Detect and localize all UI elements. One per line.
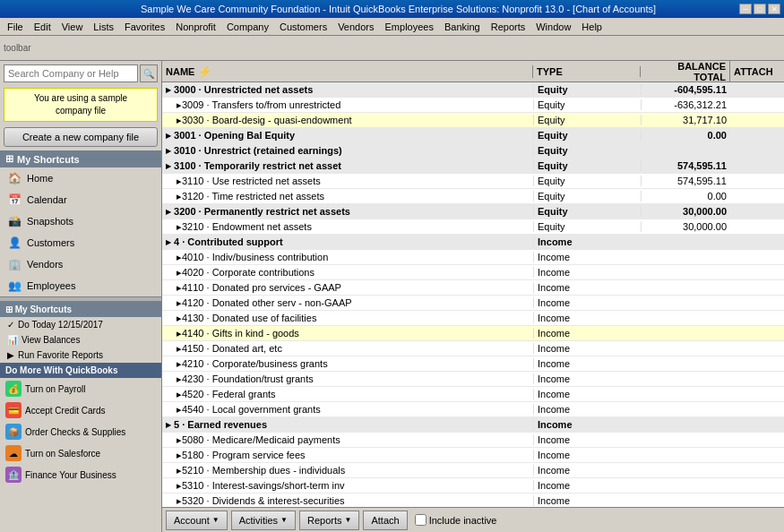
menu-item-company[interactable]: Company <box>221 20 274 34</box>
menu-item-window[interactable]: Window <box>530 20 576 34</box>
row-type-cell: Income <box>533 328 641 339</box>
row-name-cell: ▸5080 · Medicare/Medicaid payments <box>162 434 533 446</box>
sub-item-do-today[interactable]: ✓ Do Today 12/15/2017 <box>0 317 161 332</box>
table-header: NAME ⚡ TYPE BALANCE TOTAL ATTACH <box>162 61 784 82</box>
customers-icon: 👤 <box>7 236 22 250</box>
sidebar-item-calendar[interactable]: 📅 Calendar <box>0 189 161 210</box>
minimize-button[interactable]: ─ <box>739 4 752 14</box>
my-shortcuts-icon2: ⊞ <box>5 305 13 314</box>
table-row[interactable]: ▸4110 · Donated pro services - GAAPIncom… <box>162 280 784 296</box>
table-row[interactable]: ▸3009 · Transfers to/from unrestrictedEq… <box>162 98 784 113</box>
include-inactive-label[interactable]: Include inactive <box>415 514 497 526</box>
row-type-cell: Equity <box>533 221 641 232</box>
table-row[interactable]: ▸ 3001 · Opening Bal EquityEquity0.00 <box>162 128 784 143</box>
table-row[interactable]: ▸4520 · Federal grantsIncome <box>162 387 784 402</box>
do-more-payroll[interactable]: 💰 Turn on Payroll <box>0 378 161 399</box>
menu-item-view[interactable]: View <box>56 20 89 34</box>
table-row[interactable]: ▸4210 · Corporate/business grantsIncome <box>162 356 784 372</box>
table-row[interactable]: ▸ 3010 · Unrestrict (retained earnings)E… <box>162 143 784 159</box>
do-more-checks[interactable]: 📦 Order Checks & Supplies <box>0 421 161 442</box>
table-body: ▸ 3000 · Unrestricted net assetsEquity-6… <box>162 82 784 507</box>
reports-button[interactable]: Reports ▼ <box>299 511 359 530</box>
row-name-cell: ▸4110 · Donated pro services - GAAP <box>162 282 533 294</box>
search-input[interactable] <box>4 64 138 82</box>
table-row[interactable]: ▸3210 · Endowment net assetsEquity30,000… <box>162 219 784 235</box>
menu-item-employees[interactable]: Employees <box>380 20 439 34</box>
search-button[interactable]: 🔍 <box>140 64 158 82</box>
row-balance-cell: 0.00 <box>641 130 730 141</box>
sidebar-item-snapshots[interactable]: 📸 Snapshots <box>0 210 161 232</box>
create-company-button[interactable]: Create a new company file <box>4 127 158 147</box>
table-row[interactable]: ▸5080 · Medicare/Medicaid paymentsIncome <box>162 433 784 448</box>
menu-item-banking[interactable]: Banking <box>439 20 486 34</box>
title-bar: Sample We Care Community Foundation - In… <box>0 0 784 18</box>
menu-item-customers[interactable]: Customers <box>274 20 332 34</box>
snapshots-label: Snapshots <box>27 216 73 227</box>
row-name-cell: ▸ 3000 · Unrestricted net assets <box>162 84 533 96</box>
main-layout: 🔍 You are using a sample company file Cr… <box>0 61 784 532</box>
table-row[interactable]: ▸ 3000 · Unrestricted net assetsEquity-6… <box>162 82 784 98</box>
sidebar-item-employees[interactable]: 👥 Employees <box>0 275 161 296</box>
account-arrow-icon: ▼ <box>212 516 220 524</box>
search-area: 🔍 <box>0 61 161 86</box>
row-name-cell: ▸4120 · Donated other serv - non-GAAP <box>162 297 533 309</box>
table-row[interactable]: ▸4120 · Donated other serv - non-GAAPInc… <box>162 296 784 311</box>
calendar-label: Calendar <box>27 194 67 205</box>
table-row[interactable]: ▸5320 · Dividends & interest-securitiesI… <box>162 493 784 507</box>
table-row[interactable]: ▸3120 · Time restricted net assetsEquity… <box>162 189 784 204</box>
table-row[interactable]: ▸4010 · Indiv/business contributionIncom… <box>162 250 784 265</box>
employees-label: Employees <box>27 280 75 291</box>
menu-item-reports[interactable]: Reports <box>486 20 531 34</box>
row-type-cell: Income <box>533 404 641 415</box>
menu-item-nonprofit[interactable]: Nonprofit <box>170 20 221 34</box>
table-row[interactable]: ▸4150 · Donated art, etcIncome <box>162 341 784 356</box>
sub-item-run-reports[interactable]: ▶ Run Favorite Reports <box>0 348 161 363</box>
account-btn-label: Account <box>174 515 210 526</box>
row-name-cell: ▸5320 · Dividends & interest-securities <box>162 495 533 507</box>
table-row[interactable]: ▸ 4 · Contributed supportIncome <box>162 235 784 250</box>
table-row[interactable]: ▸5210 · Membership dues - individualsInc… <box>162 463 784 478</box>
reports-btn-label: Reports <box>307 515 342 526</box>
table-row[interactable]: ▸5310 · Interest-savings/short-term invI… <box>162 478 784 493</box>
table-row[interactable]: ▸4140 · Gifts in kind - goodsIncome <box>162 326 784 341</box>
close-button[interactable]: ✕ <box>768 4 780 14</box>
do-more-finance[interactable]: 🏦 Finance Your Business <box>0 464 161 485</box>
menu-item-help[interactable]: Help <box>576 20 607 34</box>
sub-item-view-balances[interactable]: 📊 View Balances <box>0 332 161 348</box>
do-more-salesforce[interactable]: ☁ Turn on Salesforce <box>0 442 161 464</box>
row-type-cell: Income <box>533 267 641 278</box>
table-row[interactable]: ▸ 3100 · Temporarily restrict net assetE… <box>162 159 784 174</box>
row-balance-cell: 0.00 <box>641 191 730 202</box>
include-inactive-checkbox[interactable] <box>415 514 426 526</box>
activities-btn-label: Activities <box>239 515 278 526</box>
table-row[interactable]: ▸4020 · Corporate contributionsIncome <box>162 265 784 280</box>
sidebar-item-customers[interactable]: 👤 Customers <box>0 232 161 253</box>
table-row[interactable]: ▸ 5 · Earned revenuesIncome <box>162 417 784 433</box>
table-row[interactable]: ▸4230 · Foundation/trust grantsIncome <box>162 372 784 387</box>
sidebar-item-home[interactable]: 🏠 Home <box>0 167 161 189</box>
do-more-credit-cards[interactable]: 💳 Accept Credit Cards <box>0 399 161 421</box>
menu-item-edit[interactable]: Edit <box>29 20 56 34</box>
table-row[interactable]: ▸3030 · Board-desig - quasi-endowmentEqu… <box>162 113 784 128</box>
row-balance-cell: -636,312.21 <box>641 99 730 110</box>
snapshots-icon: 📸 <box>7 214 22 228</box>
calendar-icon: 📅 <box>7 193 22 207</box>
title-text: Sample We Care Community Foundation - In… <box>57 4 739 14</box>
menu-item-file[interactable]: File <box>2 20 29 34</box>
sidebar-item-vendors[interactable]: 🏢 Vendors <box>0 253 161 275</box>
table-row[interactable]: ▸3110 · Use restricted net assetsEquity5… <box>162 174 784 189</box>
account-button[interactable]: Account ▼ <box>166 511 228 530</box>
run-reports-label: Run Favorite Reports <box>18 350 103 360</box>
attach-button[interactable]: Attach <box>363 511 407 530</box>
menu-item-favorites[interactable]: Favorites <box>119 20 170 34</box>
maximize-button[interactable]: □ <box>754 4 766 14</box>
row-balance-cell: 31,717.10 <box>641 115 730 125</box>
table-row[interactable]: ▸4540 · Local government grantsIncome <box>162 402 784 417</box>
window-controls[interactable]: ─ □ ✕ <box>739 4 780 14</box>
menu-item-lists[interactable]: Lists <box>88 20 119 34</box>
menu-item-vendors[interactable]: Vendors <box>332 20 379 34</box>
activities-button[interactable]: Activities ▼ <box>231 511 296 530</box>
table-row[interactable]: ▸4130 · Donated use of facilitiesIncome <box>162 311 784 326</box>
table-row[interactable]: ▸5180 · Program service feesIncome <box>162 448 784 463</box>
table-row[interactable]: ▸ 3200 · Permanently restrict net assets… <box>162 204 784 219</box>
